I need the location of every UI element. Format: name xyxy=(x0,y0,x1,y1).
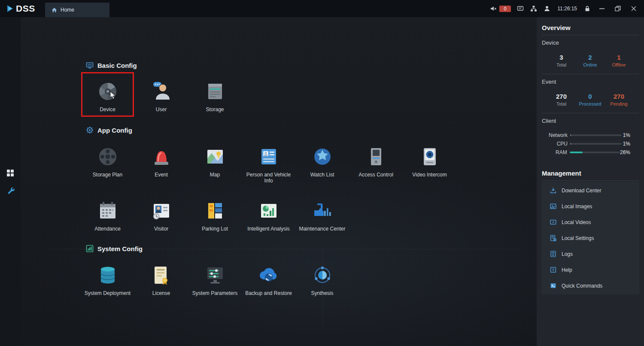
management-item-label: Quick Commands xyxy=(562,283,602,289)
app-tile-backup-restore[interactable]: Backup and Restore xyxy=(242,264,295,296)
message-icon[interactable] xyxy=(516,5,524,12)
system-clock: 11:26:15 xyxy=(556,6,578,12)
app-tile-person-vehicle-info[interactable]: Person and Vehicle Info xyxy=(242,146,295,184)
quick-commands-icon xyxy=(550,282,557,289)
app-tile-storage[interactable]: Storage xyxy=(188,80,242,112)
app-tile-access-control[interactable]: Access Control xyxy=(349,146,403,184)
restore-button[interactable] xyxy=(613,4,623,13)
app-tile-label: Parking Lot xyxy=(202,226,228,232)
divider xyxy=(542,113,639,113)
app-tile-label: Synthesis xyxy=(311,290,333,296)
titlebar-user-icon[interactable] xyxy=(543,5,551,12)
meter-label: CPU xyxy=(542,141,568,147)
event-overview-title: Event xyxy=(542,79,639,85)
stat-device-online: 2 Online xyxy=(576,54,605,68)
app-tile-attendance[interactable]: Attendance xyxy=(81,200,134,232)
app-tile-label: Map xyxy=(210,172,220,178)
management-item-logs[interactable]: Logs xyxy=(541,246,639,262)
synthesis-icon xyxy=(311,264,334,286)
mute-icon[interactable] xyxy=(489,5,497,12)
management-item-label: Help xyxy=(562,267,572,273)
section-app-config: App Config xyxy=(86,126,132,134)
app-tile-label: Event xyxy=(155,172,168,178)
meter-value: 26% xyxy=(620,149,630,155)
meter-label: RAM xyxy=(542,149,567,155)
app-tile-label: Maintenance Center xyxy=(299,226,345,232)
event-icon xyxy=(150,146,173,168)
dss-client-window: DSS Home 0 11:26:15 xyxy=(0,0,644,346)
titlebar: DSS Home 0 11:26:15 xyxy=(0,0,644,17)
stat-device-offline: 1 Offline xyxy=(605,54,633,68)
management-item-local-images[interactable]: Local Images xyxy=(541,198,639,214)
meter-cpu: CPU 1% xyxy=(537,140,644,148)
management-item-help[interactable]: ? Help xyxy=(541,262,639,278)
app-tile-intelligent-analysis[interactable]: Intelligent Analysis xyxy=(242,200,295,232)
app-tile-user[interactable]: User xyxy=(134,80,188,112)
management-item-local-videos[interactable]: Local Videos xyxy=(541,214,639,230)
intelligent-analysis-icon xyxy=(258,200,280,222)
progress-fill xyxy=(570,134,571,136)
management-item-local-settings[interactable]: Local Settings xyxy=(541,230,639,246)
storage-plan-icon xyxy=(97,146,119,168)
app-tile-license[interactable]: License xyxy=(134,264,188,296)
stat-label: Processed xyxy=(576,101,605,107)
app-tile-label: Access Control xyxy=(358,172,393,178)
lock-icon[interactable] xyxy=(583,5,591,12)
app-tile-visitor[interactable]: Visitor xyxy=(134,200,188,232)
local-settings-icon xyxy=(550,234,557,242)
section-title: App Config xyxy=(97,127,132,134)
visitor-icon xyxy=(150,200,173,222)
app-tile-label: User xyxy=(156,106,167,112)
meter-ram: RAM 26% xyxy=(537,148,644,157)
stat-value: 2 xyxy=(576,54,605,61)
app-tile-label: Person and Vehicle Info xyxy=(243,172,294,184)
app-tile-maintenance-center[interactable]: Maintenance Center xyxy=(295,200,349,232)
management-item-label: Download Center xyxy=(562,188,601,194)
section-system-config: System Config xyxy=(86,245,143,252)
app-tile-label: System Parameters xyxy=(192,290,237,296)
app-tile-system-deployment[interactable]: System Deployment xyxy=(81,264,134,296)
parking-lot-icon xyxy=(204,200,226,222)
app-tile-watch-list[interactable]: Watch List xyxy=(295,146,349,184)
maintenance-center-icon xyxy=(311,200,334,222)
app-tile-synthesis[interactable]: Synthesis xyxy=(295,264,349,296)
stat-event-processed: 0 Processed xyxy=(576,93,605,107)
app-config-row-2: Attendance Visitor Parking Lot Intellige… xyxy=(81,200,349,232)
close-button[interactable] xyxy=(629,4,639,13)
management-item-label: Local Videos xyxy=(562,219,591,225)
tab-home[interactable]: Home xyxy=(45,3,109,17)
app-tile-map[interactable]: Map xyxy=(188,146,242,184)
app-tile-label: Attendance xyxy=(94,226,121,232)
app-tile-storage-plan[interactable]: Storage Plan xyxy=(81,146,134,184)
alarm-count-badge[interactable]: 0 xyxy=(499,6,511,12)
app-tile-video-intercom[interactable]: Video Intercom xyxy=(403,146,456,184)
attendance-icon xyxy=(97,200,119,222)
management-item-download-center[interactable]: Download Center xyxy=(541,182,639,198)
divider xyxy=(542,74,639,74)
management-item-quick-commands[interactable]: Quick Commands xyxy=(541,278,639,294)
stat-label: Online xyxy=(576,62,605,68)
app-tile-parking-lot[interactable]: Parking Lot xyxy=(188,200,242,232)
basic-config-row: Device User Storage xyxy=(81,80,242,112)
apps-grid-icon[interactable] xyxy=(6,168,15,178)
config-wrench-icon[interactable] xyxy=(6,185,15,195)
overview-panel: Overview Device 3 Total 2 Online 1 Offli… xyxy=(537,17,644,346)
app-tile-label: Watch List xyxy=(310,172,334,178)
section-basic-config: Basic Config xyxy=(86,61,137,69)
app-tile-event[interactable]: Event xyxy=(134,146,188,184)
map-icon xyxy=(204,146,226,168)
minimize-button[interactable] xyxy=(597,4,607,13)
section-title: System Config xyxy=(97,245,143,252)
app-tile-system-parameters[interactable]: System Parameters xyxy=(188,264,242,296)
device-stats: 3 Total 2 Online 1 Offline xyxy=(537,54,644,68)
event-stats: 270 Total 0 Processed 270 Pending xyxy=(537,93,644,107)
ram-progress-bar xyxy=(570,152,620,153)
stat-value: 0 xyxy=(576,93,605,100)
watch-list-icon xyxy=(311,146,334,168)
system-parameters-icon xyxy=(204,264,226,286)
local-videos-icon xyxy=(550,219,557,226)
network-topology-icon[interactable] xyxy=(530,5,538,12)
app-tile-device[interactable]: Device xyxy=(81,80,134,112)
app-tile-label: Device xyxy=(100,106,115,112)
meter-value: 1% xyxy=(622,141,630,147)
